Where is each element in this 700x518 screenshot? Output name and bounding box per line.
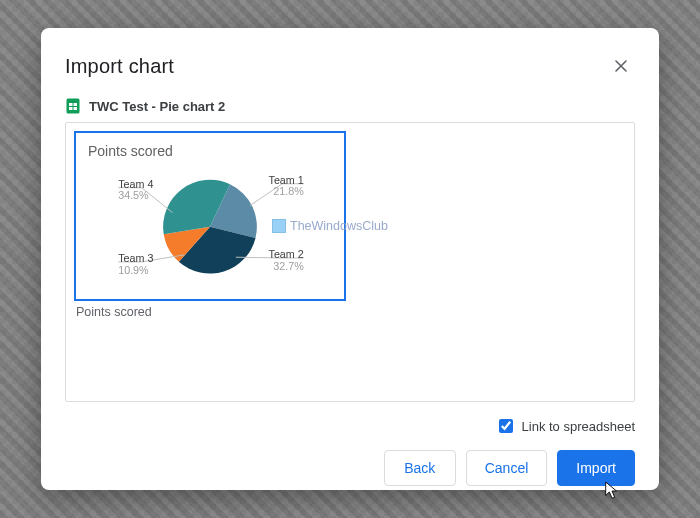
chart-thumbnail[interactable]: Points scored Team 121.8%Team 232.7%Team… (74, 131, 346, 301)
source-document-row: TWC Test - Pie chart 2 (65, 98, 635, 114)
import-button[interactable]: Import (557, 450, 635, 486)
watermark-icon (272, 219, 286, 233)
close-icon (613, 58, 629, 74)
dialog-button-row: Back Cancel Import (65, 450, 635, 486)
sheets-icon (65, 98, 81, 114)
import-button-label: Import (576, 460, 616, 476)
back-button-label: Back (404, 460, 435, 476)
slice-label: Team 2 (269, 248, 304, 260)
slice-percent: 34.5% (118, 189, 149, 201)
link-to-spreadsheet-checkbox[interactable] (499, 419, 513, 433)
close-button[interactable] (607, 52, 635, 80)
dialog-title: Import chart (65, 55, 174, 78)
cancel-button[interactable]: Cancel (466, 450, 548, 486)
chart-picker-area: Points scored Team 121.8%Team 232.7%Team… (65, 122, 635, 402)
slice-percent: 10.9% (118, 264, 149, 276)
pie-chart: Team 121.8%Team 232.7%Team 310.9%Team 43… (76, 133, 344, 299)
back-button[interactable]: Back (384, 450, 456, 486)
slice-label: Team 4 (118, 178, 153, 190)
watermark-text: TheWindowsClub (290, 219, 388, 233)
slice-label: Team 3 (118, 252, 153, 264)
link-to-spreadsheet-label[interactable]: Link to spreadsheet (522, 419, 635, 434)
slice-percent: 21.8% (273, 185, 304, 197)
cancel-button-label: Cancel (485, 460, 529, 476)
chart-caption: Points scored (74, 305, 346, 319)
slice-label: Team 1 (269, 174, 304, 186)
watermark: TheWindowsClub (272, 219, 388, 233)
import-chart-dialog: Import chart TWC Test - Pie chart 2 Poin… (41, 28, 659, 490)
slice-percent: 32.7% (273, 260, 304, 272)
link-option-row: Link to spreadsheet (65, 416, 635, 436)
source-document-name: TWC Test - Pie chart 2 (89, 99, 225, 114)
